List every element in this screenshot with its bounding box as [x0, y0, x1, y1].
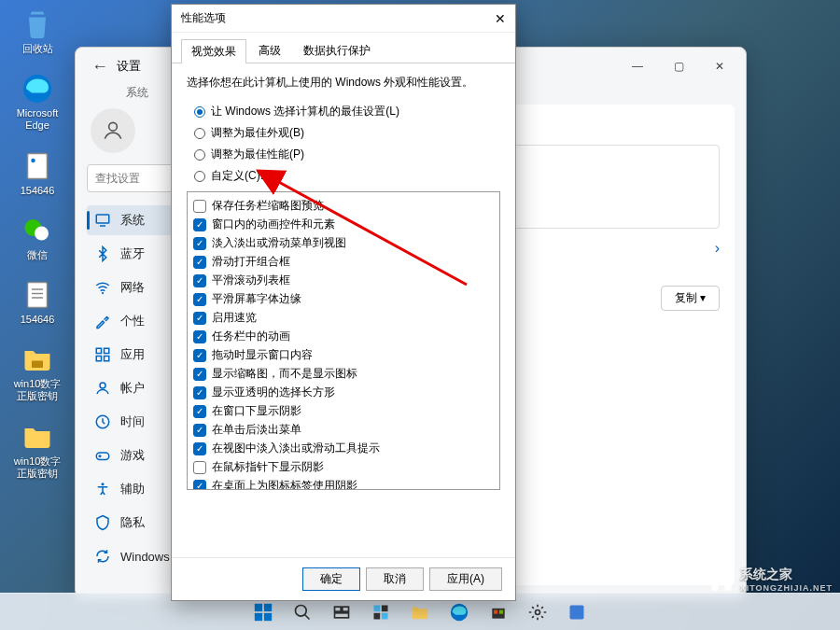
close-icon[interactable]: ✕ [495, 11, 506, 26]
checkbox-icon: ✓ [193, 386, 206, 399]
perf-check-15[interactable]: ✓在桌面上为图标标签使用阴影 [193, 478, 494, 490]
check-label: 在单击后淡出菜单 [212, 422, 301, 438]
sidebar-item-label: 蓝牙 [120, 245, 145, 262]
desktop-icon-file2[interactable]: 154646 [9, 278, 65, 326]
check-label: 显示亚透明的选择长方形 [212, 385, 335, 400]
desktop-icon-folder2[interactable]: win10数字正版密钥 [9, 420, 65, 480]
checkbox-icon: ✓ [193, 218, 206, 231]
copy-button[interactable]: 复制 ▾ [661, 286, 720, 311]
apps-icon [94, 346, 111, 363]
desktop-icons: 回收站 Microsoft Edge 154646 微信 154646 win1… [9, 7, 65, 480]
perf-radio-1[interactable]: 调整为最佳外观(B) [194, 125, 500, 141]
sidebar-item-label: 游戏 [120, 447, 145, 464]
checkbox-icon [193, 200, 206, 213]
perf-radio-3[interactable]: 自定义(C): [194, 168, 500, 184]
performance-options-dialog: 性能选项 ✕ 视觉效果高级数据执行保护 选择你想在此计算机上使用的 Window… [171, 4, 516, 601]
perf-titlebar: 性能选项 ✕ [172, 5, 515, 33]
checkbox-icon: ✓ [193, 237, 206, 250]
chevron-down-icon: ▾ [700, 291, 706, 304]
close-button[interactable]: ✕ [701, 53, 738, 79]
desktop-icon-file1[interactable]: 154646 [9, 149, 65, 197]
checkbox-icon: ✓ [193, 256, 206, 269]
perf-checklist[interactable]: 保存任务栏缩略图预览✓窗口内的动画控件和元素✓淡入淡出或滑动菜单到视图✓滑动打开… [187, 191, 500, 490]
ok-button[interactable]: 确定 [302, 567, 360, 591]
sidebar-item-label: 个性 [120, 313, 145, 329]
svg-rect-1 [28, 153, 48, 178]
perf-check-13[interactable]: ✓在视图中淡入淡出或滑动工具提示 [193, 441, 494, 456]
game-icon [94, 447, 111, 464]
svg-rect-43 [570, 605, 584, 619]
radio-label: 调整为最佳外观(B) [211, 125, 304, 141]
sidebar-item-label: 帐户 [120, 380, 145, 397]
accessibility-icon [94, 481, 111, 497]
svg-point-18 [100, 383, 105, 388]
desktop-label: win10数字正版密钥 [9, 455, 65, 480]
svg-rect-27 [255, 612, 262, 620]
radio-icon [194, 128, 205, 139]
perf-tabs: 视觉效果高级数据执行保护 [172, 33, 515, 63]
user-avatar[interactable] [91, 108, 135, 153]
perf-tab-1[interactable]: 高级 [248, 38, 291, 63]
radio-label: 调整为最佳性能(P) [211, 147, 304, 162]
update-icon [94, 548, 111, 565]
cancel-button[interactable]: 取消 [366, 567, 424, 591]
checkbox-icon: ✓ [193, 293, 206, 306]
svg-rect-34 [374, 605, 381, 611]
perf-check-11[interactable]: ✓在窗口下显示阴影 [193, 403, 494, 419]
perf-check-14[interactable]: 在鼠标指针下显示阴影 [193, 459, 494, 475]
bluetooth-icon [94, 245, 111, 262]
perf-check-4[interactable]: ✓平滑滚动列表框 [193, 273, 494, 288]
checkbox-icon: ✓ [193, 480, 206, 491]
perf-title: 性能选项 [181, 10, 226, 26]
svg-rect-9 [32, 361, 43, 369]
edge-icon [21, 72, 54, 105]
check-label: 在窗口下显示阴影 [212, 403, 301, 419]
perf-check-8[interactable]: ✓拖动时显示窗口内容 [193, 347, 494, 363]
desktop-icon-wechat[interactable]: 微信 [9, 214, 65, 261]
perf-tab-2[interactable]: 数据执行保护 [293, 38, 381, 63]
perf-check-3[interactable]: ✓滑动打开组合框 [193, 254, 494, 270]
minimize-button[interactable]: — [619, 53, 656, 79]
checkbox-icon: ✓ [193, 349, 206, 362]
settings-taskbar-button[interactable] [521, 595, 554, 629]
desktop-icon-folder1[interactable]: win10数字正版密钥 [9, 343, 65, 402]
perf-check-2[interactable]: ✓淡入淡出或滑动菜单到视图 [193, 235, 494, 251]
back-button[interactable]: ← [83, 57, 117, 77]
check-label: 在桌面上为图标标签使用阴影 [212, 478, 357, 490]
perf-button-row: 确定 取消 应用(A) [172, 557, 515, 600]
svg-rect-28 [264, 612, 272, 620]
svg-rect-31 [335, 607, 342, 611]
checkbox-icon: ✓ [193, 330, 206, 343]
perf-check-0[interactable]: 保存任务栏缩略图预览 [193, 198, 494, 214]
app-taskbar-button[interactable] [560, 595, 594, 629]
sidebar-item-label: 应用 [120, 346, 145, 363]
checkbox-icon: ✓ [193, 274, 206, 287]
desktop-icon-recycle-bin[interactable]: 回收站 [9, 7, 65, 55]
svg-rect-11 [96, 215, 109, 223]
checkbox-icon: ✓ [193, 405, 206, 418]
apply-button[interactable]: 应用(A) [429, 567, 502, 591]
sidebar-item-label: 时间 [120, 413, 145, 430]
check-label: 拖动时显示窗口内容 [212, 347, 313, 363]
perf-check-12[interactable]: ✓在单击后淡出菜单 [193, 422, 494, 438]
perf-check-5[interactable]: ✓平滑屏幕字体边缘 [193, 291, 494, 307]
maximize-button[interactable]: ▢ [660, 53, 697, 79]
perf-check-1[interactable]: ✓窗口内的动画控件和元素 [193, 217, 494, 232]
svg-rect-25 [255, 603, 262, 610]
sidebar-item-label: 系统 [120, 212, 145, 229]
check-label: 平滑屏幕字体边缘 [212, 291, 301, 307]
recycle-bin-icon [21, 7, 54, 41]
perf-check-6[interactable]: ✓启用速览 [193, 310, 494, 326]
perf-check-10[interactable]: ✓显示亚透明的选择长方形 [193, 385, 494, 400]
checkbox-icon: ✓ [193, 312, 206, 325]
check-label: 启用速览 [212, 310, 257, 326]
perf-check-9[interactable]: ✓显示缩略图，而不是显示图标 [193, 366, 494, 382]
desktop-icon-edge[interactable]: Microsoft Edge [9, 72, 65, 132]
sidebar-item-label: 网络 [120, 279, 145, 296]
perf-radio-0[interactable]: 让 Windows 选择计算机的最佳设置(L) [194, 104, 500, 119]
svg-rect-33 [335, 612, 349, 617]
perf-tab-0[interactable]: 视觉效果 [181, 39, 246, 63]
perf-check-7[interactable]: ✓任务栏中的动画 [193, 329, 494, 344]
svg-rect-32 [343, 607, 349, 611]
perf-radio-2[interactable]: 调整为最佳性能(P) [194, 147, 500, 162]
